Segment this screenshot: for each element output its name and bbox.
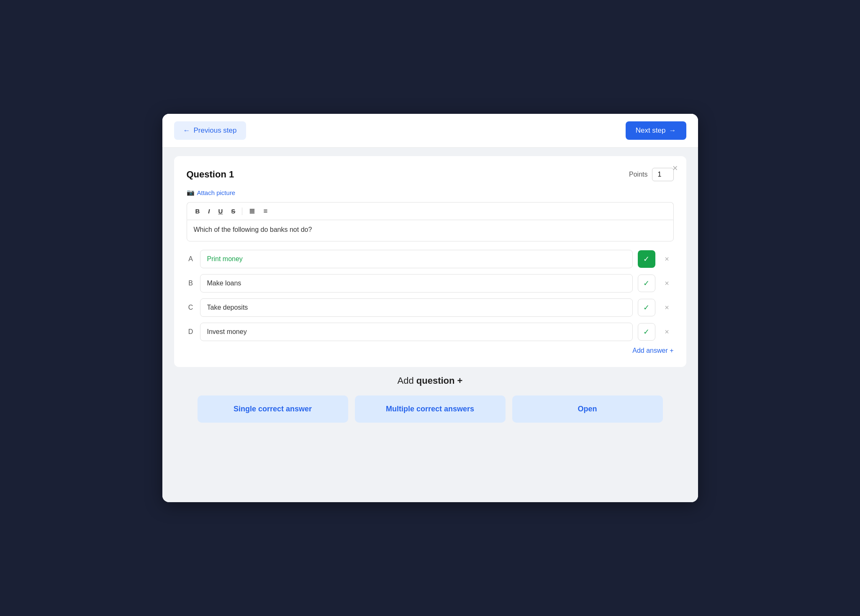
add-question-title: Add question +: [174, 375, 686, 386]
answer-label-b: B: [187, 280, 195, 287]
answer-label-d: D: [187, 328, 195, 336]
remove-answer-b-button[interactable]: ×: [660, 277, 674, 290]
add-question-prefix: Add: [398, 375, 416, 386]
close-question-button[interactable]: ×: [673, 164, 678, 173]
points-group: Points: [629, 168, 673, 181]
check-button-a[interactable]: ✓: [638, 250, 655, 268]
question-type-row: Single correct answer Multiple correct a…: [174, 395, 686, 423]
check-button-c[interactable]: ✓: [638, 299, 655, 316]
answer-label-c: C: [187, 304, 195, 311]
attach-label: Attach picture: [197, 189, 236, 196]
remove-answer-a-button[interactable]: ×: [660, 252, 674, 266]
question-text-editor[interactable]: Which of the following do banks not do?: [187, 220, 674, 241]
next-step-button[interactable]: Next step →: [626, 121, 686, 140]
top-bar: ← Previous step Next step →: [162, 114, 698, 148]
remove-answer-c-button[interactable]: ×: [660, 301, 674, 314]
add-answer-section: Add answer +: [187, 347, 674, 354]
answer-input-a[interactable]: [200, 250, 633, 268]
answer-row-c: C ✓ ×: [187, 298, 674, 317]
answer-row-d: D ✓ ×: [187, 323, 674, 341]
strikethrough-button[interactable]: S: [228, 206, 239, 216]
answer-row-b: B ✓ ×: [187, 274, 674, 293]
question-text: Which of the following do banks not do?: [194, 226, 312, 233]
main-window: ← Previous step Next step → × Question 1…: [162, 114, 698, 502]
previous-step-button[interactable]: ← Previous step: [174, 121, 246, 140]
arrow-right-icon: →: [669, 126, 676, 135]
underline-button[interactable]: U: [215, 206, 226, 216]
question-header: Question 1 Points: [187, 168, 674, 181]
toolbar-divider: [242, 208, 242, 215]
ordered-list-button[interactable]: ≣: [246, 206, 258, 216]
bold-button[interactable]: B: [192, 206, 203, 216]
check-button-d[interactable]: ✓: [638, 323, 655, 341]
check-button-b[interactable]: ✓: [638, 275, 655, 292]
add-question-section: Add question + Single correct answer Mul…: [174, 375, 686, 423]
image-icon: 📷: [187, 189, 195, 196]
answer-label-a: A: [187, 255, 195, 263]
italic-button[interactable]: I: [205, 206, 213, 216]
question-card: × Question 1 Points 📷 Attach picture B I…: [174, 156, 686, 367]
answer-input-d[interactable]: [200, 323, 633, 341]
question-title: Question 1: [187, 169, 234, 180]
points-input[interactable]: [652, 168, 674, 181]
add-question-bold: question +: [416, 375, 463, 386]
editor-toolbar: B I U S ≣ ≡: [187, 202, 674, 220]
points-label: Points: [629, 171, 647, 178]
next-label: Next step: [636, 126, 666, 135]
remove-answer-d-button[interactable]: ×: [660, 325, 674, 339]
main-content: × Question 1 Points 📷 Attach picture B I…: [162, 148, 698, 502]
arrow-left-icon: ←: [183, 126, 190, 135]
single-correct-answer-button[interactable]: Single correct answer: [198, 395, 348, 423]
multiple-correct-answers-button[interactable]: Multiple correct answers: [355, 395, 506, 423]
unordered-list-button[interactable]: ≡: [260, 206, 271, 216]
answer-input-b[interactable]: [200, 274, 633, 293]
answer-row-a: A ✓ ×: [187, 250, 674, 268]
answer-input-c[interactable]: [200, 298, 633, 317]
attach-picture-button[interactable]: 📷 Attach picture: [187, 189, 236, 196]
add-answer-button[interactable]: Add answer +: [632, 347, 673, 354]
open-question-button[interactable]: Open: [512, 395, 663, 423]
prev-label: Previous step: [194, 126, 237, 135]
